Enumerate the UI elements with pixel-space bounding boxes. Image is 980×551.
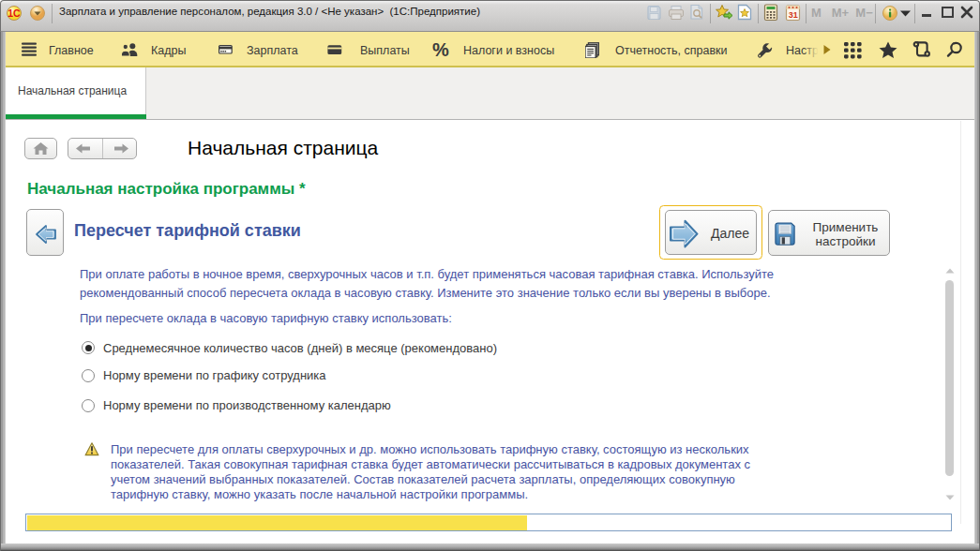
svg-text:31: 31 bbox=[789, 10, 798, 20]
svg-text:1С: 1С bbox=[8, 7, 21, 19]
